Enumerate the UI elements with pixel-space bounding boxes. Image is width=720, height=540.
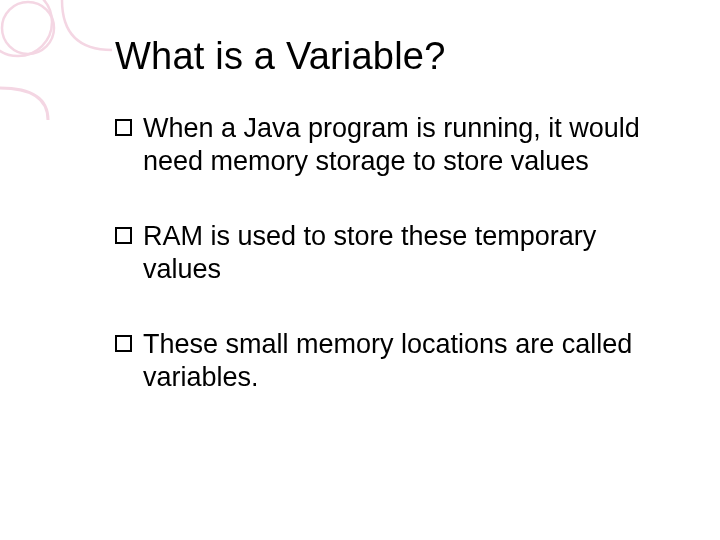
bullet-square-icon (115, 227, 132, 244)
bullet-square-icon (115, 335, 132, 352)
bullet-item: RAM is used to store these temporary val… (115, 220, 660, 286)
bullet-item: When a Java program is running, it would… (115, 112, 660, 178)
slide-content: What is a Variable? When a Java program … (0, 0, 720, 394)
bullet-first-word: When (143, 113, 214, 143)
slide-title: What is a Variable? (115, 35, 660, 78)
bullet-square-icon (115, 119, 132, 136)
bullet-first-word: These (143, 329, 218, 359)
bullet-text: is used to store these temporary values (143, 221, 596, 284)
bullet-text: a Java program is running, it would need… (143, 113, 640, 176)
bullet-first-word: RAM (143, 221, 203, 251)
bullet-item: These small memory locations are called … (115, 328, 660, 394)
